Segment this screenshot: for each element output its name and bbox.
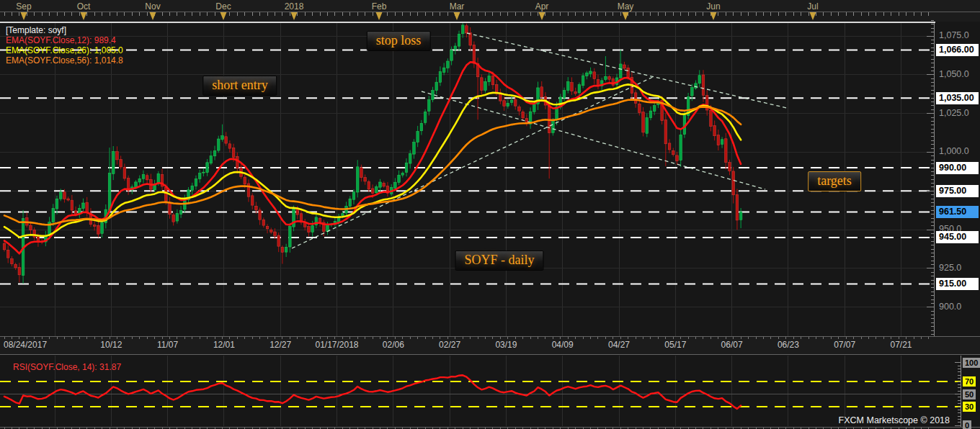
month-marker-icon xyxy=(710,12,717,20)
price-level-badge: 1,066.00 xyxy=(936,44,979,56)
price-level-badge: 990.00 xyxy=(936,162,979,174)
month-marker-icon xyxy=(291,12,298,20)
date-label: 12/01 xyxy=(213,340,235,350)
price-level-badge: 915.00 xyxy=(936,278,979,290)
rsi-level-badge: 100 xyxy=(963,358,980,368)
date-label: 06/23 xyxy=(778,340,799,350)
date-label: 02/06 xyxy=(383,340,404,350)
annotation-targets[interactable]: targets xyxy=(808,171,861,191)
annotation-soyf-daily[interactable]: SOYF - daily xyxy=(455,250,543,271)
month-label-may: May xyxy=(618,1,634,12)
price-tick-label: 1,000.0 xyxy=(939,146,969,156)
month-marker-icon xyxy=(376,12,383,20)
date-label: 11/07 xyxy=(157,340,178,350)
month-label-jul: Jul xyxy=(807,1,818,12)
month-label-2018: 2018 xyxy=(285,1,304,12)
main-chart-canvas[interactable] xyxy=(0,23,930,336)
date-label: 07/07 xyxy=(834,340,855,350)
price-tick-label: 1,050.0 xyxy=(939,69,969,79)
date-label: 01/17/2018 xyxy=(315,340,358,350)
month-marker-icon xyxy=(220,12,227,20)
month-label-dec: Dec xyxy=(215,1,231,12)
price-tick-label: 1,025.0 xyxy=(939,108,969,118)
price-tick-label: 925.0 xyxy=(939,263,961,273)
date-label: 03/19 xyxy=(495,340,517,350)
ema12-legend: EMA(SOYF.Close,12): 989.4 xyxy=(6,35,116,45)
month-marker-icon xyxy=(21,12,27,20)
date-label: 02/27 xyxy=(439,340,460,350)
month-marker-icon xyxy=(623,12,629,20)
price-level-badge: 975.00 xyxy=(936,185,979,197)
price-tick-label: 1,075.0 xyxy=(939,30,969,40)
attribution-text: FXCM Marketscope © 2018 xyxy=(839,415,950,425)
date-label: 05/17 xyxy=(664,340,686,350)
price-tick-label: 900.0 xyxy=(939,302,961,312)
date-label: 07/21 xyxy=(890,340,912,350)
date-label: 04/27 xyxy=(608,340,630,350)
month-marker-icon xyxy=(810,12,816,20)
rsi-level-badge: 70 xyxy=(963,376,976,387)
month-label-jun: Jun xyxy=(706,1,720,12)
month-label-oct: Oct xyxy=(77,1,91,12)
month-label-feb: Feb xyxy=(372,1,387,12)
month-marker-icon xyxy=(150,12,156,20)
month-marker-icon xyxy=(81,12,87,20)
date-label: 04/09 xyxy=(552,340,574,350)
price-level-badge: 945.00 xyxy=(936,231,979,243)
month-label-sep: Sep xyxy=(16,1,31,12)
current-price-badge: 961.50 xyxy=(936,206,979,218)
rsi-level-badge: 30 xyxy=(963,402,976,412)
rsi-canvas[interactable] xyxy=(0,355,961,427)
price-level-badge: 1,035.00 xyxy=(936,92,979,104)
month-marker-icon xyxy=(539,12,545,20)
date-label: 06/07 xyxy=(721,340,743,350)
ema56-legend: EMA(SOYF.Close,56): 1,014.8 xyxy=(6,55,123,66)
annotation-short-entry[interactable]: short entry xyxy=(202,76,277,96)
month-label-mar: Mar xyxy=(450,1,465,12)
fxcm-marketscope-chart-window: [Template: soyf] EMA(SOYF.Close,12): 989… xyxy=(0,0,980,429)
month-marker-icon xyxy=(454,12,460,20)
ema26-legend: EMA(SOYF.Close,26): 1,005.0 xyxy=(6,45,123,55)
date-label: 10/12 xyxy=(100,340,122,350)
date-label: 08/24/2017 xyxy=(4,340,47,350)
rsi-level-badge: 0 xyxy=(963,420,971,429)
month-label-apr: Apr xyxy=(535,1,549,12)
rsi-legend: RSI(SOYF.Close, 14): 31.87 xyxy=(13,362,121,372)
annotation-stop-loss[interactable]: stop loss xyxy=(367,31,431,51)
template-label: [Template: soyf] xyxy=(6,25,66,35)
rsi-level-badge: 50 xyxy=(963,389,976,399)
month-label-nov: Nov xyxy=(145,1,160,12)
date-label: 12/27 xyxy=(270,340,291,350)
